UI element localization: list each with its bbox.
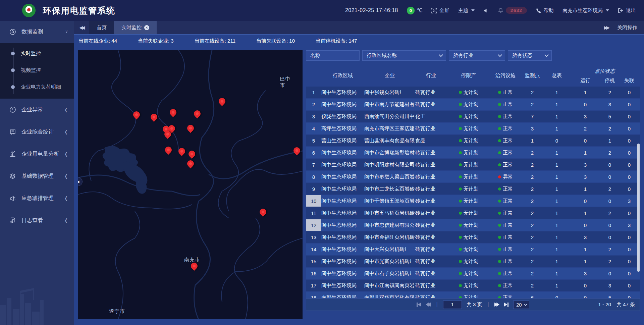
table-row[interactable]: 3仪陇生态环境局西南油气田分公司川中化工无计划正常71350 <box>306 111 640 122</box>
header-toolbar: 2021-02-25 17:46:18 0 ℃ 全屏 主题 2632 <box>345 7 636 14</box>
main-area: ◀◀ 首页 实时监控 × ▶▶ 关闭操作 当前在线企业: 44当前失联企业: 3… <box>74 21 644 325</box>
table-row[interactable]: 15阆中生态环境局阆中市光富页岩机砖厂砖瓦行业无计划正常21120 <box>306 256 640 267</box>
page-size-value: 20 <box>516 302 522 308</box>
tab-close-icon[interactable]: × <box>144 25 149 30</box>
cell-stopped: 2 <box>601 210 619 216</box>
last-page-button[interactable] <box>504 303 508 307</box>
status-dot-icon <box>459 127 462 130</box>
org-dropdown[interactable]: 南充市生态环境局 <box>562 7 609 14</box>
cell-region: 阆中生态环境局 <box>321 162 364 168</box>
cell-industry: 化工 <box>415 113 447 120</box>
cell-offline: 3 <box>619 222 640 228</box>
cell-industry: 砖瓦行业 <box>415 150 447 156</box>
fullscreen-button[interactable]: 全屏 <box>431 7 449 14</box>
table-row[interactable]: 13阆中生态环境局阆中市金福旺页岩机砖砖瓦行业无计划正常21300 <box>306 231 640 243</box>
logout-button[interactable]: 退出 <box>618 7 636 14</box>
theme-dropdown[interactable]: 主题 <box>458 7 475 14</box>
cell-region: 高坪生态环境局 <box>321 125 364 132</box>
cell-production-status: 无计划 <box>447 258 490 265</box>
skyline-watermark <box>0 281 74 325</box>
cell-points: 2 <box>521 162 544 168</box>
location-pin-icon <box>186 123 195 133</box>
status-dot-icon <box>459 212 462 215</box>
status-dot-icon <box>459 187 462 191</box>
table-row[interactable]: 11阆中生态环境局阆中市五马桥页岩机砖砖瓦行业无计划正常21120 <box>306 207 640 219</box>
sidebar-subitem-实时监控[interactable]: 实时监控 <box>0 45 74 62</box>
name-search-input[interactable]: 名称 <box>306 50 360 61</box>
sidebar-item-基础数据管理[interactable]: 基础数据管理❮ <box>0 165 74 187</box>
cell-points: 2 <box>521 247 544 252</box>
sidebar-item-企业异常[interactable]: 企业异常❮ <box>0 99 74 121</box>
cell-facility-status: 正常 <box>490 258 521 265</box>
status-dot-icon <box>498 260 501 263</box>
cell-meters: 0 <box>544 138 570 144</box>
table-row[interactable]: 12阆中生态环境局阆中市忠信建材有限公砖瓦行业无计划正常21003 <box>306 219 640 231</box>
cell-running: 1 <box>570 186 601 192</box>
notification-count-badge: 2632 <box>506 7 527 14</box>
sidebar-subitem-企业电力负荷明细[interactable]: 企业电力负荷明细 <box>0 78 74 95</box>
sidebar-item-label: 企业异常 <box>21 106 43 113</box>
table-row[interactable]: 18南部生态环境局南部县双华页岩砖有限砖瓦行业无计划正常60050 <box>306 292 640 298</box>
chevron-left-icon: ❮ <box>64 129 67 134</box>
table-row[interactable]: 16阆中生态环境局阆中市石子页岩机砖厂砖瓦行业无计划正常21300 <box>306 268 640 279</box>
table-scrollbar[interactable] <box>637 144 640 272</box>
table-row[interactable]: 4高坪生态环境局南充市高坪区王家店建砖瓦行业无计划正常31220 <box>306 123 640 134</box>
tab-realtime-monitor[interactable]: 实时监控 × <box>114 21 157 34</box>
table-row[interactable]: 8阆中生态环境局阆中市枣碧大梁山页岩砖瓦行业无计划异常21300 <box>306 171 640 182</box>
pagination-bar: | 共 3 页 | 20 1 - 20 共 47 条 <box>306 298 640 311</box>
table-row[interactable]: 10阆中生态环境局阆中千佛镇五郎垭页岩砖瓦行业无计划正常21003 <box>306 195 640 207</box>
cell-region: 营山生态环境局 <box>321 138 364 144</box>
sidebar-item-应急减排管理[interactable]: 应急减排管理❮ <box>0 187 74 209</box>
map-panel[interactable]: 巴中市南充市遂宁市 ◀ <box>78 50 303 319</box>
mute-speaker-button[interactable] <box>483 8 489 13</box>
status-dot-icon <box>459 115 462 118</box>
close-operations-button[interactable]: 关闭操作 <box>617 24 637 31</box>
cell-index: 12 <box>306 219 321 231</box>
tabs-scroll-right-button[interactable]: ▶▶ <box>604 25 608 30</box>
first-page-button[interactable] <box>417 303 421 307</box>
table-row[interactable]: 9阆中生态环境局阆中市二龙长宝页岩砖砖瓦行业无计划正常21120 <box>306 183 640 195</box>
status-dot-icon <box>498 212 501 215</box>
cell-meters: 1 <box>544 271 570 276</box>
location-pin-icon <box>258 207 268 217</box>
cell-points: 6 <box>521 295 544 299</box>
cell-facility-status: 正常 <box>490 198 521 204</box>
next-page-button[interactable] <box>494 303 499 307</box>
cell-stopped: 0 <box>601 198 619 204</box>
page-number-input[interactable] <box>443 301 462 309</box>
cell-industry: 砖瓦行业 <box>415 186 447 192</box>
cell-region: 阆中生态环境局 <box>321 89 364 96</box>
tabs-scroll-left-button[interactable]: ◀◀ <box>74 21 89 34</box>
sidebar-item-数据监测[interactable]: 数据监测˅ <box>0 21 74 43</box>
table-row[interactable]: 1阆中生态环境局阆中强锐页岩砖厂砖瓦行业无计划正常21120 <box>306 87 640 98</box>
table-row[interactable]: 17阆中生态环境局阆中市江南镇阆南页岩砖瓦行业无计划正常21030 <box>306 280 640 291</box>
status-dot-icon <box>498 127 501 130</box>
table-row[interactable]: 14阆中生态环境局阆中大兴页岩机砖厂砖瓦行业无计划正常21120 <box>306 243 640 255</box>
cell-facility-status: 正常 <box>490 138 521 144</box>
industry-select[interactable]: 所有行业 <box>449 50 505 61</box>
location-pin-icon <box>168 108 178 117</box>
help-button[interactable]: 帮助 <box>536 7 554 14</box>
sidebar-item-企业综合统计[interactable]: 企业综合统计❮ <box>0 121 74 143</box>
cell-facility-status: 正常 <box>490 113 521 120</box>
cell-industry: 砖瓦行业 <box>415 282 447 289</box>
table-row[interactable]: 6阆中生态环境局阆中市金博瑞新型墙材砖瓦行业无计划正常21120 <box>306 147 640 158</box>
page-size-select[interactable]: 20 <box>513 301 529 309</box>
cell-region: 阆中生态环境局 <box>321 234 364 240</box>
tab-realtime-label: 实时监控 <box>121 24 142 31</box>
sidebar-item-企业用电量分析[interactable]: 企业用电量分析❮ <box>0 143 74 165</box>
notification-button[interactable]: 2632 <box>498 7 527 14</box>
table-row[interactable]: 2阆中生态环境局阆中市南方节能建材有砖瓦行业无计划正常21030 <box>306 99 640 110</box>
tab-home[interactable]: 首页 <box>89 21 114 34</box>
prev-page-button[interactable] <box>426 303 431 307</box>
sidebar-item-日志查看[interactable]: 日志查看❮ <box>0 209 74 231</box>
sidebar-subitem-视频监控[interactable]: 视频监控 <box>0 62 74 78</box>
region-select[interactable]: 行政区域名称 <box>362 50 446 61</box>
map-city-label: 遂宁市 <box>109 308 125 315</box>
cell-running: 1 <box>570 90 601 95</box>
datetime-text: 2021-02-25 17:46:18 <box>345 7 398 13</box>
table-row[interactable]: 7阆中生态环境局阆中明阳建材有限公司砖瓦行业无计划正常21300 <box>306 159 640 170</box>
status-select[interactable]: 所有状态 <box>508 50 552 61</box>
table-row[interactable]: 5营山生态环境局营山县润丰肉食品有限食品无计划正常10010 <box>306 135 640 146</box>
range-label: 1 - 20 <box>598 302 611 308</box>
